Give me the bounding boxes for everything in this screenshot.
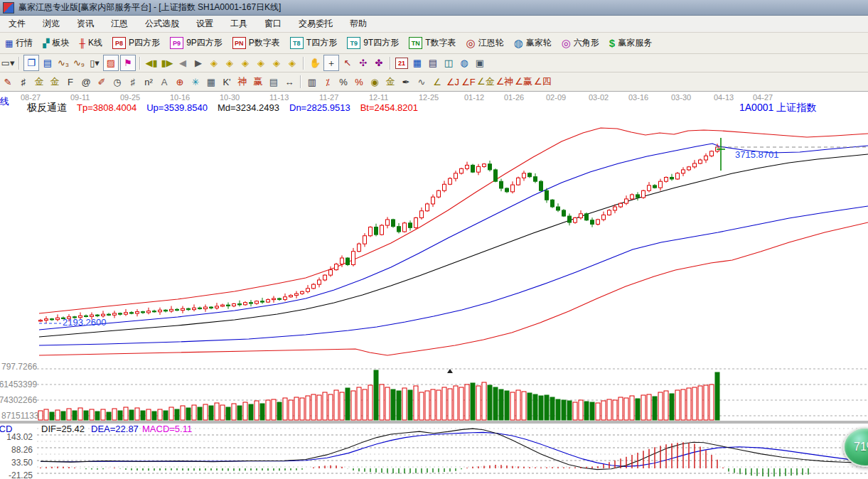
ruler-grid-icon[interactable]: ▤ <box>267 75 281 90</box>
grid-box-icon[interactable]: ▦ <box>204 75 218 90</box>
toolbar-t-square[interactable]: T8T四方形 <box>285 35 342 51</box>
candle-body <box>358 244 361 252</box>
k-mark-icon[interactable]: K' <box>220 75 234 90</box>
toolbar-separator <box>390 57 391 70</box>
menu-设置[interactable]: 设置 <box>188 16 222 32</box>
shen-angle-icon[interactable]: ∠神 <box>496 75 514 90</box>
gann-tool-1-icon[interactable]: ✣ <box>356 55 370 70</box>
candle-body <box>232 304 236 306</box>
f-grid-icon[interactable]: F <box>63 75 77 90</box>
toolbar-hexagon[interactable]: ◎六角形 <box>557 35 604 51</box>
toolbar-winner-service[interactable]: $赢家服务 <box>604 35 657 51</box>
nav-prev-icon[interactable]: ◀ <box>176 55 190 70</box>
toolbar-t-number-table[interactable]: TNT数字表 <box>404 35 461 51</box>
flag-tool-icon[interactable]: ⚑ <box>120 55 136 71</box>
diamond-center-icon[interactable]: ◈ <box>269 55 284 70</box>
toolbar-gann-wheel[interactable]: ◎江恩轮 <box>461 35 509 51</box>
line-grid-icon[interactable]: ♯ <box>126 75 140 90</box>
save-disk-icon[interactable]: ◫ <box>441 55 456 70</box>
candle-period-icon[interactable]: ▯▾ <box>87 55 102 70</box>
percent-icon[interactable]: % <box>336 75 350 90</box>
notepad-icon[interactable]: ▤ <box>426 55 440 70</box>
indicator-name[interactable]: 极反通道 <box>27 102 67 114</box>
candle-body <box>523 173 526 178</box>
ying-angle-icon[interactable]: ∠赢 <box>515 75 532 90</box>
period-selector-icon[interactable]: ▭▾ <box>1 55 15 70</box>
symbol-label[interactable]: 1A0001 上证指数 <box>739 102 816 114</box>
grid-lines-icon[interactable]: ♯ <box>16 75 31 90</box>
angle-a-icon[interactable]: A <box>157 75 171 90</box>
n-square-icon[interactable]: n² <box>141 75 156 90</box>
toolbar-p-number-table[interactable]: PNP数字表 <box>227 35 285 51</box>
diamond-left-icon[interactable]: ◈ <box>207 55 221 70</box>
volume-bar <box>414 386 418 420</box>
dif-value: DIF=25.42 <box>41 424 85 434</box>
ink-angle-icon[interactable]: ✒ <box>399 75 413 90</box>
toolbar-sector-blocks[interactable]: ▞板块 <box>38 35 74 51</box>
ying-tool-icon[interactable]: 赢 <box>251 75 265 90</box>
f-angle-icon[interactable]: ∠F <box>461 75 476 90</box>
menu-资讯[interactable]: 资讯 <box>68 16 102 32</box>
pointer-measure-icon[interactable]: ↖ <box>341 55 355 70</box>
toolbar-9p-square[interactable]: P99P四方形 <box>165 35 227 51</box>
wave-9-icon[interactable]: ∿₉ <box>72 55 86 70</box>
info-list-icon[interactable]: ▤ <box>41 55 55 70</box>
circle-cross-icon[interactable]: ⊕ <box>173 75 187 90</box>
j-angle-icon[interactable]: ∠J <box>446 75 460 90</box>
9t-square-icon: T9 <box>347 37 360 49</box>
gann-tool-2-icon[interactable]: ✤ <box>372 55 386 70</box>
menu-窗口[interactable]: 窗口 <box>256 16 290 32</box>
gold-grid-2-icon[interactable]: 金 <box>48 75 62 90</box>
diamond-expand-icon[interactable]: ◈ <box>238 55 252 70</box>
gold-grid-1-icon[interactable]: 金 <box>32 75 46 90</box>
menu-工具[interactable]: 工具 <box>222 16 256 32</box>
calculator-icon[interactable]: ▦ <box>410 55 424 70</box>
9p-square-label: 9P四方形 <box>186 37 223 49</box>
candle-body <box>130 313 134 313</box>
nav-first-icon[interactable]: ◀▮ <box>144 55 159 70</box>
diamond-all-icon[interactable]: ◈ <box>285 55 299 70</box>
gold-circle-icon[interactable]: ◉ <box>368 75 382 90</box>
macd-scale-label-2: 33.50 <box>0 458 33 468</box>
toolbar-quote-table[interactable]: ▦行情 <box>0 35 38 51</box>
diamond-right-icon[interactable]: ◈ <box>223 55 237 70</box>
ink-brush-icon[interactable]: ✐ <box>95 75 109 90</box>
volume-bar <box>118 411 122 420</box>
toolbar-9t-square[interactable]: T99T四方形 <box>342 35 404 51</box>
wave-3-icon[interactable]: ∿₃ <box>56 55 70 70</box>
wave-line-icon[interactable]: ∿ <box>414 75 429 90</box>
menu-江恩[interactable]: 江恩 <box>102 16 136 32</box>
toolbar-kline-view[interactable]: ╫K线 <box>75 35 108 51</box>
spiral-icon[interactable]: @ <box>79 75 93 90</box>
menu-浏览[interactable]: 浏览 <box>34 16 68 32</box>
calendar-icon[interactable]: 21 <box>395 55 409 70</box>
toolbar-p-square[interactable]: P8P四方形 <box>107 35 165 51</box>
brush-red-icon[interactable]: ✎ <box>1 75 15 90</box>
menu-文件[interactable]: 文件 <box>0 16 34 32</box>
shen-tool-icon[interactable]: 神 <box>235 75 250 90</box>
crosshair-icon[interactable]: ＋ <box>323 55 339 71</box>
pattern-box-icon[interactable]: ▨ <box>103 55 119 71</box>
nav-last-icon[interactable]: ▮▶ <box>160 55 174 70</box>
menu-公式选股[interactable]: 公式选股 <box>136 16 188 32</box>
percent-fall-icon[interactable]: ⁒ <box>321 75 335 90</box>
gold-line-icon[interactable]: 金 <box>383 75 397 90</box>
chart-col-icon[interactable]: ▥ <box>305 75 319 90</box>
title-bar[interactable]: 赢家江恩专业版[赢家内部服务平台] - [上证指数 SH1A0001-167日K… <box>0 0 868 16</box>
width-arrow-icon[interactable]: ↔ <box>282 75 296 90</box>
menu-帮助[interactable]: 帮助 <box>341 16 375 32</box>
net-update-icon[interactable]: ◍ <box>457 55 471 70</box>
gold-angle-2-icon[interactable]: ∠金 <box>477 75 495 90</box>
star-burst-icon[interactable]: ✳ <box>188 75 203 90</box>
nav-next-icon[interactable]: ▶ <box>191 55 205 70</box>
remote-pc-icon[interactable]: ▣ <box>473 55 487 70</box>
pan-hand-icon[interactable]: ✋ <box>308 55 322 70</box>
diamond-shrink-icon[interactable]: ◈ <box>254 55 268 70</box>
si-angle-icon[interactable]: ∠四 <box>534 75 552 90</box>
window-overlap-icon[interactable]: ❐ <box>23 55 39 71</box>
menu-交易委托[interactable]: 交易委托 <box>290 16 341 32</box>
percent-line-icon[interactable]: % <box>352 75 366 90</box>
toolbar-winner-wheel[interactable]: ◍赢家轮 <box>509 35 557 51</box>
time-circle-icon[interactable]: ◷ <box>110 75 124 90</box>
gold-angle-icon[interactable]: ∠ <box>430 75 444 90</box>
